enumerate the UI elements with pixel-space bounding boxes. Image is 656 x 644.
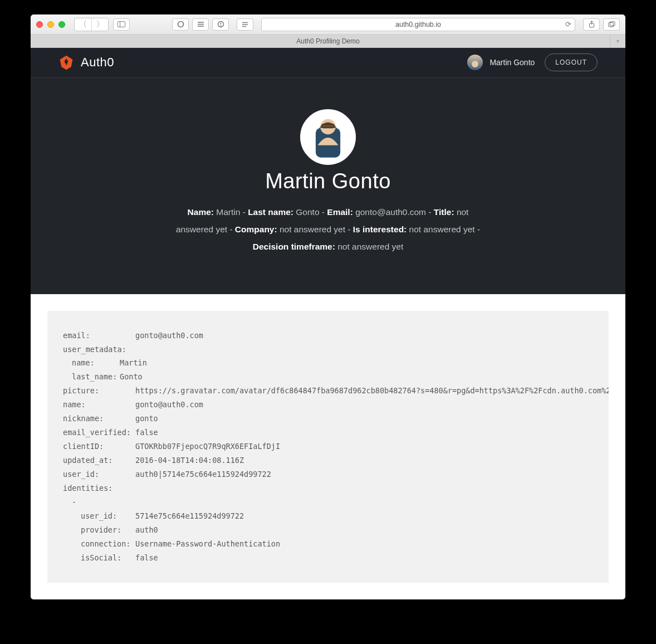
value-name: Martin <box>216 207 240 217</box>
key-updated-at: updated_at: <box>63 453 135 467</box>
auth0-shield-icon <box>58 55 74 70</box>
tabs-button[interactable] <box>603 18 620 31</box>
traffic-lights <box>36 21 65 28</box>
label-is-interested: Is interested: <box>353 225 407 234</box>
val-id-issocial: false <box>135 551 158 565</box>
label-title: Title: <box>434 207 454 217</box>
val-picture: https://s.gravatar.com/avatar/df6c864847… <box>135 384 609 398</box>
new-tab-button[interactable]: + <box>610 35 625 47</box>
url-text: auth0.github.io <box>395 21 441 28</box>
window-minimize-button[interactable] <box>47 21 54 28</box>
avatar-large <box>300 109 356 165</box>
raw-data-panel: email:gonto@auth0.com user_metadata: nam… <box>47 311 609 583</box>
value-last-name: Gonto <box>296 207 319 217</box>
browser-window: 〈 〉 auth0.github.io ⟳ <box>31 14 625 599</box>
key-id-issocial: isSocial: <box>81 551 135 565</box>
key-identities: identities: <box>63 481 135 495</box>
window-zoom-button[interactable] <box>58 21 65 28</box>
svg-point-2 <box>178 22 183 27</box>
reload-icon[interactable]: ⟳ <box>565 20 571 28</box>
nav-back-button[interactable]: 〈 <box>75 18 91 31</box>
label-decision-timeframe: Decision timeframe: <box>253 242 335 251</box>
key-user-metadata: user_metadata: <box>63 343 135 357</box>
svg-rect-15 <box>610 22 615 26</box>
ext-button-3[interactable] <box>212 18 229 31</box>
profile-display-name: Martin Gonto <box>31 169 625 193</box>
val-um-name: Martin <box>120 356 147 370</box>
avatar-small <box>467 55 483 70</box>
header-user-chip[interactable]: Martin Gonto <box>467 55 535 70</box>
logout-button[interactable]: LOGOUT <box>545 53 598 71</box>
url-bar[interactable]: auth0.github.io ⟳ <box>261 18 575 31</box>
value-email: gonto@auth0.com <box>355 207 426 217</box>
brand-name: Auth0 <box>81 55 114 70</box>
key-um-name: name: <box>72 356 120 370</box>
label-email: Email: <box>327 207 353 217</box>
window-close-button[interactable] <box>36 21 43 28</box>
value-company: not answered yet <box>280 225 345 234</box>
key-user-id: user_id: <box>63 467 135 481</box>
label-name: Name: <box>188 207 214 217</box>
key-id-user-id: user_id: <box>81 509 135 523</box>
extension-toolbar <box>172 18 229 31</box>
val-clientid: GTOKRbb07FjepocQ7R9qRX6EFIaLfDjI <box>135 440 280 453</box>
key-nickname: nickname: <box>63 412 135 426</box>
key-clientid: clientID: <box>63 440 135 453</box>
brand-logo[interactable]: Auth0 <box>58 55 114 70</box>
share-button[interactable] <box>583 18 600 31</box>
val-um-last-name: Gonto <box>120 370 143 384</box>
val-user-id: auth0|5714e75c664e115924d99722 <box>135 467 271 481</box>
nav-forward-button[interactable]: 〉 <box>91 18 108 31</box>
sidebar-toggle-button[interactable] <box>113 18 130 31</box>
key-email: email: <box>63 329 135 343</box>
value-decision-timeframe: not answered yet <box>337 242 403 251</box>
value-is-interested: not answered yet <box>409 225 475 234</box>
val-email-verified: false <box>135 426 158 440</box>
label-last-name: Last name: <box>248 207 293 217</box>
profile-meta-line: Name: Martin - Last name: Gonto - Email:… <box>172 203 484 255</box>
svg-rect-0 <box>118 22 125 27</box>
val-updated-at: 2016-04-18T14:04:08.116Z <box>135 453 244 467</box>
raw-data-section: email:gonto@auth0.com user_metadata: nam… <box>31 294 625 599</box>
key-id-provider: provider: <box>81 523 135 537</box>
key-picture: picture: <box>63 384 135 398</box>
reader-button[interactable] <box>237 18 253 31</box>
val-email: gonto@auth0.com <box>135 329 203 343</box>
key-um-last-name: last_name: <box>72 370 120 384</box>
page-content: Auth0 Martin Gonto LOGOUT Martin G <box>31 48 625 599</box>
profile-hero: Martin Gonto Name: Martin - Last name: G… <box>31 78 625 294</box>
val-nickname: gonto <box>135 412 158 426</box>
key-email-verified: email_verified: <box>63 426 135 440</box>
label-company: Company: <box>235 225 277 234</box>
app-header: Auth0 Martin Gonto LOGOUT <box>31 48 625 78</box>
tab-title[interactable]: Auth0 Profiling Demo <box>296 37 359 45</box>
ext-button-2[interactable] <box>192 18 209 31</box>
ext-button-1[interactable] <box>172 18 189 31</box>
key-id-connection: connection: <box>81 537 135 551</box>
nav-back-forward: 〈 〉 <box>74 18 109 31</box>
browser-titlebar: 〈 〉 auth0.github.io ⟳ <box>31 14 625 35</box>
browser-tab-bar: Auth0 Profiling Demo + <box>31 35 625 48</box>
val-id-user-id: 5714e75c664e115924d99722 <box>135 509 244 523</box>
svg-rect-14 <box>608 23 613 27</box>
val-id-provider: auth0 <box>135 523 158 537</box>
val-name: gonto@auth0.com <box>135 398 203 412</box>
key-name: name: <box>63 398 135 412</box>
svg-point-8 <box>220 25 221 26</box>
header-user-name: Martin Gonto <box>489 58 535 67</box>
identities-dash: - <box>72 495 76 509</box>
val-id-connection: Username-Password-Authentication <box>135 537 280 551</box>
